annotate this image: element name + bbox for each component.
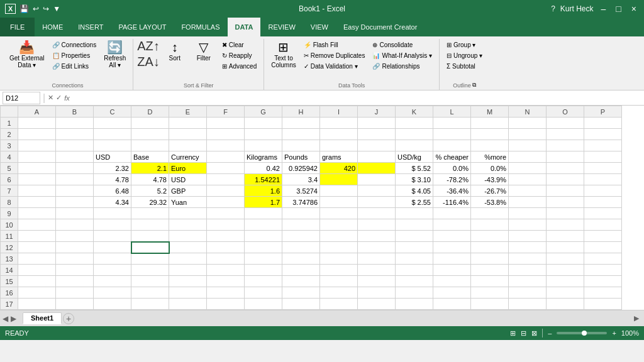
cell-I3[interactable]: [320, 140, 358, 151]
outline-expand-icon[interactable]: ⧉: [472, 82, 476, 89]
cell-B3[interactable]: [56, 140, 94, 151]
cell-D12[interactable]: [131, 242, 169, 253]
cell-B14[interactable]: [56, 265, 94, 276]
tab-view[interactable]: VIEW: [303, 18, 336, 36]
relationships-btn[interactable]: 🔗 Relationships: [369, 62, 435, 71]
cell-G5[interactable]: 0.42: [245, 163, 282, 174]
cell-E4[interactable]: Currency: [169, 151, 207, 163]
tab-formulas[interactable]: FORMULAS: [174, 18, 227, 36]
col-H[interactable]: H: [282, 106, 320, 118]
cell-J10[interactable]: [358, 219, 396, 231]
cell-M5[interactable]: 0.0%: [471, 163, 509, 174]
col-N[interactable]: N: [509, 106, 547, 118]
col-P[interactable]: P: [584, 106, 622, 118]
col-O[interactable]: O: [547, 106, 584, 118]
cell-B15[interactable]: [56, 276, 94, 287]
cell-A1[interactable]: [18, 118, 56, 129]
cell-M10[interactable]: [471, 219, 509, 231]
cell-D8[interactable]: 29.32: [131, 197, 169, 208]
cell-J16[interactable]: [358, 287, 396, 299]
cell-L1[interactable]: [433, 118, 471, 129]
cell-E14[interactable]: [169, 265, 207, 276]
cell-A3[interactable]: [18, 140, 56, 151]
cell-C1[interactable]: [94, 118, 131, 129]
cell-E5[interactable]: Euro: [169, 163, 207, 174]
cell-E9[interactable]: [169, 208, 207, 219]
cell-L7[interactable]: -36.4%: [433, 185, 471, 197]
cell-P4[interactable]: [584, 151, 622, 163]
cell-F7[interactable]: [207, 185, 245, 197]
cell-I17[interactable]: [320, 299, 358, 310]
close-btn[interactable]: ×: [629, 4, 639, 14]
cell-O12[interactable]: [547, 242, 584, 253]
cell-G7[interactable]: 1.6: [245, 185, 282, 197]
sheet-nav-left[interactable]: ◀: [3, 314, 8, 323]
cell-E16[interactable]: [169, 287, 207, 299]
cell-H3[interactable]: [282, 140, 320, 151]
cell-F9[interactable]: [207, 208, 245, 219]
cell-L2[interactable]: [433, 129, 471, 140]
cell-D16[interactable]: [131, 287, 169, 299]
cell-K10[interactable]: [396, 219, 433, 231]
cell-N10[interactable]: [509, 219, 547, 231]
cell-D11[interactable]: [131, 231, 169, 242]
col-B[interactable]: B: [56, 106, 94, 118]
cell-G17[interactable]: [245, 299, 282, 310]
zoom-out-icon[interactable]: –: [548, 329, 552, 337]
cell-G14[interactable]: [245, 265, 282, 276]
cell-E3[interactable]: [169, 140, 207, 151]
sheet-nav-right[interactable]: ▶: [11, 314, 16, 323]
cell-G10[interactable]: [245, 219, 282, 231]
cell-K12[interactable]: [396, 242, 433, 253]
cell-M14[interactable]: [471, 265, 509, 276]
cell-F12[interactable]: [207, 242, 245, 253]
cell-J2[interactable]: [358, 129, 396, 140]
row-header-11[interactable]: 11: [1, 231, 18, 242]
cell-A14[interactable]: [18, 265, 56, 276]
cell-E11[interactable]: [169, 231, 207, 242]
cell-O11[interactable]: [547, 231, 584, 242]
refresh-all-btn[interactable]: 🔄 RefreshAll ▾: [101, 39, 129, 70]
properties-btn[interactable]: 📋 Properties: [49, 51, 100, 60]
cell-M9[interactable]: [471, 208, 509, 219]
row-header-16[interactable]: 16: [1, 287, 18, 299]
cell-C6[interactable]: 4.78: [94, 174, 131, 185]
cell-L14[interactable]: [433, 265, 471, 276]
zoom-in-icon[interactable]: +: [612, 329, 616, 337]
maximize-btn[interactable]: □: [613, 4, 623, 14]
cell-E12[interactable]: [169, 242, 207, 253]
add-sheet-btn[interactable]: +: [63, 313, 74, 324]
what-if-btn[interactable]: 📊 What-If Analysis ▾: [369, 51, 435, 60]
clear-btn[interactable]: ✖ Clear: [219, 40, 260, 50]
cell-N14[interactable]: [509, 265, 547, 276]
cell-A11[interactable]: [18, 231, 56, 242]
cell-F13[interactable]: [207, 253, 245, 265]
cell-C2[interactable]: [94, 129, 131, 140]
cell-G6[interactable]: 1.54221: [245, 174, 282, 185]
cell-P2[interactable]: [584, 129, 622, 140]
cell-D10[interactable]: [131, 219, 169, 231]
cell-M6[interactable]: -43.9%: [471, 174, 509, 185]
cell-P9[interactable]: [584, 208, 622, 219]
col-L[interactable]: L: [433, 106, 471, 118]
cell-O17[interactable]: [547, 299, 584, 310]
remove-duplicates-btn[interactable]: ✂ Remove Duplicates: [301, 51, 369, 60]
row-header-8[interactable]: 8: [1, 197, 18, 208]
cell-E8[interactable]: Yuan: [169, 197, 207, 208]
col-M[interactable]: M: [471, 106, 509, 118]
cell-B4[interactable]: [56, 151, 94, 163]
cell-G16[interactable]: [245, 287, 282, 299]
cell-N6[interactable]: [509, 174, 547, 185]
col-A[interactable]: A: [18, 106, 56, 118]
cell-L9[interactable]: [433, 208, 471, 219]
cell-K15[interactable]: [396, 276, 433, 287]
cell-C12[interactable]: [94, 242, 131, 253]
cell-N13[interactable]: [509, 253, 547, 265]
cell-D9[interactable]: [131, 208, 169, 219]
cell-K2[interactable]: [396, 129, 433, 140]
cell-B8[interactable]: [56, 197, 94, 208]
redo-btn[interactable]: ↪: [43, 4, 49, 13]
consolidate-btn[interactable]: ⊕ Consolidate: [369, 40, 435, 50]
cell-J13[interactable]: [358, 253, 396, 265]
cell-O5[interactable]: [547, 163, 584, 174]
